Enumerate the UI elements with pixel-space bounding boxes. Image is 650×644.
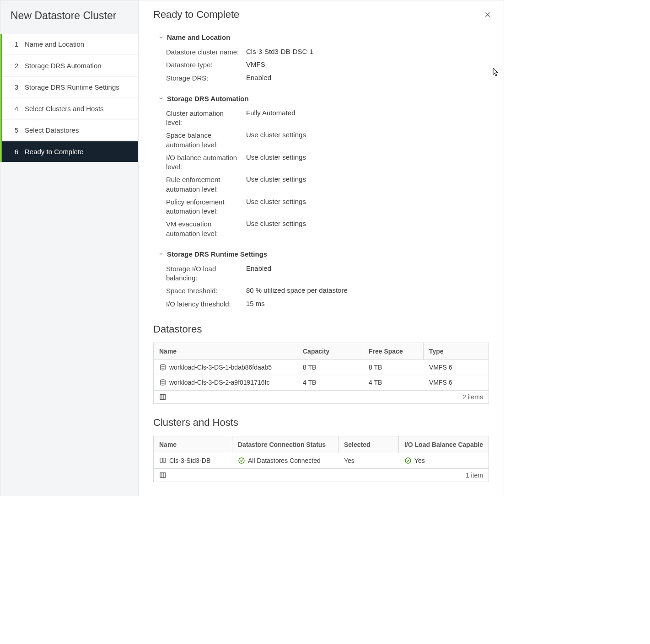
col-header-io-capable[interactable]: I/O Load Balance Capable (399, 436, 489, 453)
step-label: Storage DRS Runtime Settings (25, 83, 119, 91)
step-number: 5 (13, 126, 18, 134)
sidebar-title: New Datastore Cluster (0, 0, 138, 34)
svg-rect-7 (160, 472, 166, 478)
svg-rect-3 (160, 458, 162, 462)
datastores-table: Name Capacity Free Space Type workload-C… (153, 343, 489, 404)
table-item-count: 2 items (462, 393, 483, 401)
value-datastore-cluster-name: Cls-3-Std3-DB-DSC-1 (246, 48, 489, 57)
label-vm-evacuation-level: VM evacuation automation level: (166, 220, 246, 238)
table-item-count: 1 item (466, 472, 483, 479)
value-space-balance-level: Use cluster settings (246, 131, 489, 150)
value-io-load-balancing: Enabled (246, 264, 489, 283)
page-title: Ready to Complete (153, 9, 489, 21)
label-storage-drs: Storage DRS: (166, 74, 246, 83)
section-title: Storage DRS Automation (167, 95, 249, 102)
step-label: Select Datastores (25, 126, 79, 134)
col-header-capacity[interactable]: Capacity (297, 343, 363, 360)
close-icon (483, 11, 492, 19)
cluster-icon (159, 457, 167, 464)
section-name-and-location: Name and Location Datastore cluster name… (153, 33, 489, 85)
chevron-down-icon (158, 251, 164, 257)
cell-capacity: 4 TB (297, 375, 363, 390)
cell-free-space: 4 TB (363, 375, 424, 390)
label-datastore-cluster-name: Datastore cluster name: (166, 48, 246, 57)
step-ready-to-complete[interactable]: 6 Ready to Complete (2, 141, 138, 162)
svg-rect-4 (163, 458, 166, 462)
clusters-heading: Clusters and Hosts (153, 417, 489, 429)
wizard-sidebar: New Datastore Cluster 1 Name and Locatio… (0, 0, 139, 496)
label-space-balance-level: Space balance automation level: (166, 131, 246, 150)
label-io-load-balancing: Storage I/O load balancing: (166, 264, 246, 283)
step-number: 2 (13, 62, 18, 70)
check-circle-icon (238, 457, 245, 464)
step-label: Name and Location (25, 40, 84, 48)
step-select-datastores[interactable]: 5 Select Datastores (2, 120, 138, 140)
value-io-latency-threshold: 15 ms (246, 300, 489, 309)
check-circle-icon (404, 457, 412, 464)
label-cluster-automation-level: Cluster automation level: (166, 109, 246, 128)
table-row[interactable]: workload-Cls-3-DS-2-a9f0191716fc 4 TB 4 … (154, 375, 489, 390)
svg-point-6 (405, 458, 411, 463)
cell-free-space: 8 TB (363, 360, 424, 375)
step-select-clusters-and-hosts[interactable]: 4 Select Clusters and Hosts (2, 98, 138, 119)
section-header-runtime-settings[interactable]: Storage DRS Runtime Settings (158, 250, 489, 258)
close-button[interactable] (483, 11, 494, 21)
step-number: 6 (13, 148, 18, 156)
datastore-icon (159, 379, 167, 386)
step-label: Storage DRS Automation (25, 62, 102, 70)
step-label: Ready to Complete (25, 148, 83, 156)
svg-point-1 (161, 380, 166, 381)
step-storage-drs-automation[interactable]: 2 Storage DRS Automation (2, 55, 138, 76)
columns-icon[interactable] (159, 472, 167, 479)
value-io-balance-level: Use cluster settings (246, 153, 489, 172)
section-title: Storage DRS Runtime Settings (167, 250, 267, 258)
clusters-table: Name Datastore Connection Status Selecte… (153, 436, 489, 482)
value-datastore-type: VMFS (246, 60, 489, 70)
step-label: Select Clusters and Hosts (25, 105, 104, 113)
step-storage-drs-runtime-settings[interactable]: 3 Storage DRS Runtime Settings (2, 77, 138, 97)
label-datastore-type: Datastore type: (166, 60, 246, 70)
value-storage-drs: Enabled (246, 74, 489, 83)
cell-io-capable: Yes (414, 457, 425, 464)
cell-connection-status: All Datastores Connected (248, 457, 321, 464)
col-header-type[interactable]: Type (424, 343, 489, 360)
value-vm-evacuation-level: Use cluster settings (246, 220, 489, 238)
step-number: 1 (13, 40, 18, 48)
step-number: 4 (13, 105, 18, 113)
label-policy-enforcement-level: Policy enforcement automation level: (166, 198, 246, 216)
columns-icon[interactable] (159, 393, 167, 401)
section-storage-drs-runtime-settings: Storage DRS Runtime Settings Storage I/O… (153, 250, 489, 311)
svg-point-0 (161, 365, 166, 366)
cell-name: workload-Cls-3-DS-1-bdab86fdaab5 (169, 364, 272, 371)
label-space-threshold: Space threshold: (166, 286, 246, 295)
col-header-name[interactable]: Name (154, 343, 297, 360)
table-row[interactable]: Cls-3-Std3-DB All Datastores Connected Y… (154, 453, 489, 468)
label-io-balance-level: I/O balance automation level: (166, 153, 246, 172)
value-rule-enforcement-level: Use cluster settings (246, 175, 489, 194)
value-space-threshold: 80 % utilized space per datastore (246, 286, 489, 295)
section-title: Name and Location (167, 33, 230, 41)
cell-type: VMFS 6 (424, 360, 489, 375)
col-header-selected[interactable]: Selected (338, 436, 399, 453)
label-io-latency-threshold: I/O latency threshold: (166, 300, 246, 309)
datastores-heading: Datastores (153, 323, 489, 335)
section-storage-drs-automation: Storage DRS Automation Cluster automatio… (153, 95, 489, 240)
section-header-name-and-location[interactable]: Name and Location (158, 33, 489, 41)
col-header-connection-status[interactable]: Datastore Connection Status (232, 436, 338, 453)
svg-point-5 (239, 458, 244, 463)
section-header-storage-drs-automation[interactable]: Storage DRS Automation (158, 95, 489, 102)
step-name-and-location[interactable]: 1 Name and Location (2, 34, 138, 54)
cell-capacity: 8 TB (297, 360, 363, 375)
label-rule-enforcement-level: Rule enforcement automation level: (166, 175, 246, 194)
cell-name: Cls-3-Std3-DB (169, 457, 210, 464)
table-row[interactable]: workload-Cls-3-DS-1-bdab86fdaab5 8 TB 8 … (154, 360, 489, 375)
cell-selected: Yes (338, 453, 399, 468)
chevron-down-icon (158, 95, 164, 102)
col-header-free-space[interactable]: Free Space (363, 343, 424, 360)
cell-type: VMFS 6 (424, 375, 489, 390)
wizard-main: Ready to Complete Name and Location Data… (139, 0, 504, 496)
value-cluster-automation-level: Fully Automated (246, 109, 489, 128)
svg-rect-2 (160, 394, 166, 399)
value-policy-enforcement-level: Use cluster settings (246, 198, 489, 216)
col-header-name[interactable]: Name (154, 436, 232, 453)
